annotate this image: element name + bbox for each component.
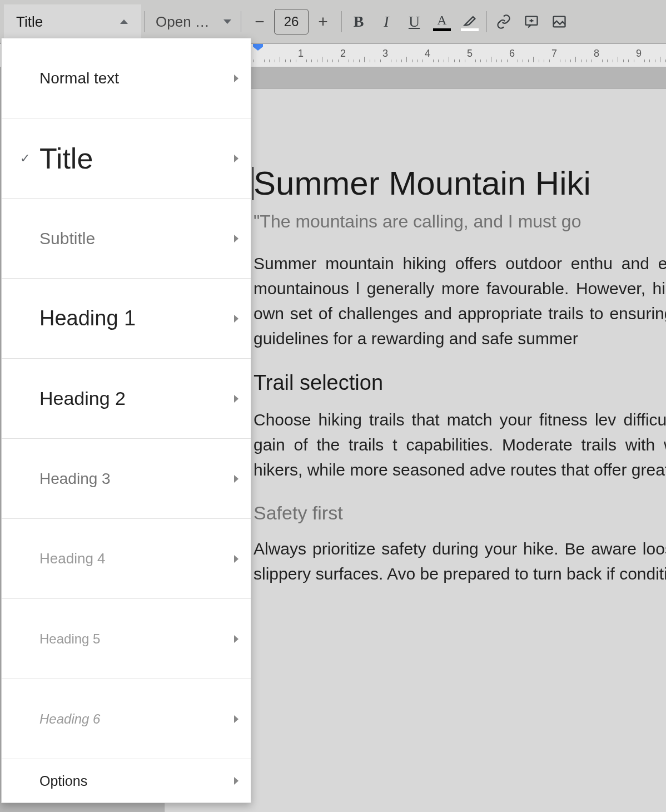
document-paragraph[interactable]: Always prioritize safety during your hik… [254, 536, 666, 586]
add-comment-button[interactable] [518, 8, 545, 36]
document-paragraph[interactable]: Summer mountain hiking offers outdoor en… [254, 251, 666, 351]
style-menu-item-h3[interactable]: Heading 3 [2, 439, 251, 519]
style-menu-label: Heading 3 [39, 470, 234, 488]
comment-icon [524, 14, 539, 29]
style-menu-label: Subtitle [39, 229, 234, 248]
chevron-right-icon [234, 235, 238, 242]
style-menu-item-h5[interactable]: Heading 5 [2, 599, 251, 679]
paragraph-style-current: Title [16, 13, 43, 31]
increase-font-size-button[interactable]: + [313, 12, 333, 31]
style-menu-label: Heading 6 [39, 711, 234, 727]
chevron-right-icon [234, 635, 238, 643]
chevron-right-icon [234, 75, 238, 82]
checkmark-icon: ✓ [11, 151, 39, 166]
chevron-right-icon [234, 475, 238, 483]
ruler-number: 1 [298, 48, 304, 60]
italic-button[interactable]: I [372, 8, 400, 36]
font-family-dropdown[interactable]: Open … [147, 4, 238, 39]
toolbar-separator [341, 11, 342, 32]
chevron-right-icon [234, 777, 238, 785]
chevron-down-icon [223, 19, 231, 24]
document-heading-2[interactable]: Safety first [254, 502, 666, 524]
document-title[interactable]: Summer Mountain Hiki [254, 164, 666, 202]
text-cursor-icon [252, 167, 254, 200]
chevron-right-icon [234, 715, 238, 723]
document-paragraph[interactable]: Choose hiking trails that match your fit… [254, 407, 666, 482]
document-heading-1[interactable]: Trail selection [254, 371, 666, 395]
style-menu-item-title[interactable]: ✓Title [2, 118, 251, 199]
style-menu-item-h6[interactable]: Heading 6 [2, 679, 251, 759]
style-menu-item-normal[interactable]: Normal text [2, 38, 251, 118]
chevron-right-icon [234, 315, 238, 323]
chevron-right-icon [234, 555, 238, 563]
document-subtitle[interactable]: "The mountains are calling, and I must g… [254, 211, 666, 232]
font-size-group: − + [244, 9, 339, 34]
ruler-number: 9 [636, 48, 642, 60]
style-menu-item-h1[interactable]: Heading 1 [2, 279, 251, 359]
style-menu-label: Options [39, 773, 234, 789]
paragraph-styles-menu: Normal text✓TitleSubtitleHeading 1Headin… [1, 38, 251, 803]
style-menu-item-subtitle[interactable]: Subtitle [2, 199, 251, 279]
style-menu-label: Heading 2 [39, 388, 234, 409]
text-color-icon: A [437, 13, 446, 28]
font-size-input[interactable] [274, 9, 309, 34]
bold-button[interactable]: B [345, 8, 372, 36]
ruler-number: 8 [594, 48, 599, 60]
ruler-number: 3 [382, 48, 388, 60]
underline-button[interactable]: U [400, 8, 428, 36]
style-menu-label: Heading 4 [39, 550, 234, 567]
insert-link-button[interactable] [490, 8, 518, 36]
ruler-number: 7 [551, 48, 557, 60]
image-icon [551, 14, 567, 29]
toolbar-separator [144, 11, 145, 32]
style-menu-label: Normal text [39, 70, 234, 87]
chevron-up-icon [120, 19, 128, 24]
text-color-bar [433, 28, 451, 31]
decrease-font-size-button[interactable]: − [250, 12, 270, 31]
style-menu-label: Title [39, 142, 234, 175]
style-menu-item-h2[interactable]: Heading 2 [2, 359, 251, 439]
chevron-right-icon [234, 155, 238, 162]
insert-image-button[interactable] [545, 8, 573, 36]
toolbar-separator [241, 11, 241, 32]
ruler-number: 6 [509, 48, 515, 60]
font-family-current: Open … [156, 13, 210, 31]
highlight-color-button[interactable] [456, 8, 484, 36]
text-color-button[interactable]: A [428, 8, 456, 36]
highlighter-icon [462, 12, 478, 28]
ruler-number: 5 [467, 48, 473, 60]
style-menu-label: Heading 5 [39, 631, 234, 647]
style-menu-item-h4[interactable]: Heading 4 [2, 519, 251, 599]
style-menu-label: Heading 1 [39, 306, 234, 330]
paragraph-style-dropdown[interactable]: Title [4, 4, 141, 39]
ruler-number: 2 [340, 48, 346, 60]
chevron-right-icon [234, 395, 238, 403]
highlight-color-bar [461, 28, 479, 31]
link-icon [496, 14, 511, 29]
toolbar-separator [486, 11, 487, 32]
style-menu-options[interactable]: Options [2, 759, 251, 803]
ruler-number: 4 [425, 48, 430, 60]
